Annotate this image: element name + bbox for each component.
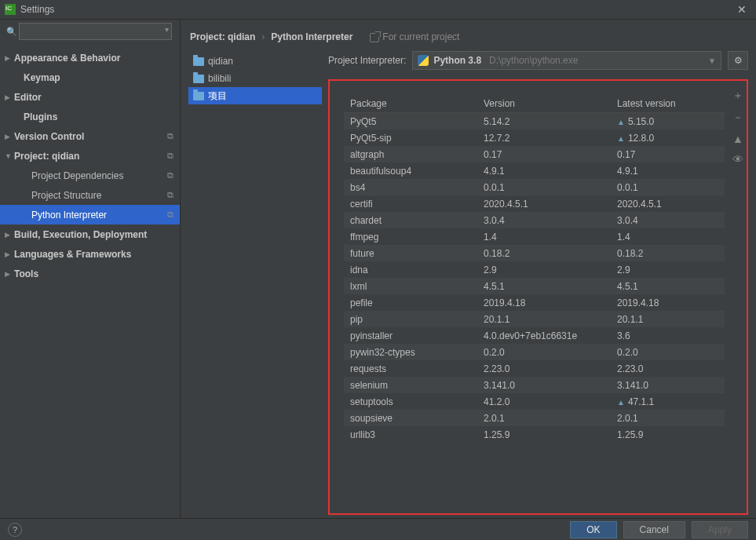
- table-row[interactable]: altgraph0.170.17: [344, 146, 725, 162]
- tree-item-python-interpreter[interactable]: Python Interpreter⧉: [0, 205, 180, 224]
- interpreter-name: Python 3.8: [433, 55, 481, 66]
- arrow-icon: ▶: [5, 250, 14, 258]
- tree-item-version-control[interactable]: ▶Version Control⧉: [0, 126, 180, 146]
- breadcrumb-project: Project: qidian: [190, 31, 255, 42]
- arrow-icon: ▶: [5, 231, 14, 239]
- tree-item-keymap[interactable]: Keymap: [0, 68, 180, 87]
- copy-icon: ⧉: [167, 210, 173, 220]
- table-body: PyQt55.14.2▲5.15.0PyQt5-sip12.7.2▲12.8.0…: [344, 113, 725, 510]
- titlebar: Settings ✕: [0, 0, 756, 20]
- header-latest[interactable]: Latest version: [611, 95, 725, 112]
- copy-icon: ⧉: [167, 131, 173, 141]
- scope-note: For current project: [370, 31, 459, 42]
- chevron-down-icon: ▼: [708, 57, 716, 65]
- tree-item-appearance-behavior[interactable]: ▶Appearance & Behavior: [0, 48, 180, 68]
- table-row[interactable]: chardet3.0.43.0.4: [344, 212, 725, 228]
- search-input[interactable]: [19, 23, 172, 40]
- remove-package-icon[interactable]: －: [732, 111, 743, 125]
- folder-icon: [193, 75, 204, 83]
- table-row[interactable]: certifi2020.4.5.12020.4.5.1: [344, 195, 725, 212]
- table-row[interactable]: idna2.92.9: [344, 261, 725, 278]
- apply-button[interactable]: Apply: [692, 521, 748, 538]
- table-header: Package Version Latest version: [344, 95, 725, 113]
- project-folder-list: qidianbilibili项目: [188, 48, 322, 515]
- upgrade-arrow-icon: ▲: [617, 398, 625, 407]
- tree-item-editor[interactable]: ▶Editor: [0, 87, 180, 107]
- add-package-icon[interactable]: ＋: [732, 89, 743, 103]
- table-row[interactable]: pywin32-ctypes0.2.00.2.0: [344, 344, 725, 360]
- folder-icon: [193, 57, 204, 66]
- gear-icon[interactable]: ⚙: [728, 51, 748, 70]
- folder-qidian[interactable]: qidian: [188, 53, 322, 70]
- app-logo-icon: [5, 4, 16, 15]
- copy-icon: [370, 33, 379, 42]
- header-version[interactable]: Version: [477, 95, 611, 112]
- interpreter-row: Project Interpreter: Python 3.8 D:\pytho…: [328, 48, 748, 73]
- window-title: Settings: [20, 4, 732, 15]
- header-package[interactable]: Package: [344, 95, 477, 112]
- table-row[interactable]: requests2.23.02.23.0: [344, 360, 725, 377]
- arrow-icon: ▶: [5, 133, 14, 140]
- cancel-button[interactable]: Cancel: [623, 521, 685, 538]
- table-row[interactable]: soupsieve2.0.12.0.1: [344, 410, 725, 426]
- copy-icon: ⧉: [167, 190, 173, 200]
- python-icon: [418, 55, 429, 66]
- close-icon[interactable]: ✕: [732, 2, 751, 17]
- folder-bilibili[interactable]: bilibili: [188, 70, 322, 87]
- package-actions: ＋ － ▲ 👁: [729, 81, 747, 513]
- breadcrumb-page: Python Interpreter: [271, 31, 352, 42]
- tree-item-project-qidian[interactable]: ▼Project: qidian⧉: [0, 146, 180, 166]
- show-early-releases-icon[interactable]: 👁: [732, 153, 743, 166]
- tree-item-build-execution-deployment[interactable]: ▶Build, Execution, Deployment: [0, 224, 180, 244]
- tree-item-tools[interactable]: ▶Tools: [0, 264, 180, 283]
- table-row[interactable]: pyinstaller4.0.dev0+7eb1c6631e3.6: [344, 327, 725, 344]
- interpreter-label: Project Interpreter:: [328, 55, 406, 66]
- interpreter-pane: Project Interpreter: Python 3.8 D:\pytho…: [328, 48, 748, 515]
- arrow-icon: ▶: [5, 270, 14, 278]
- tree-item-project-dependencies[interactable]: Project Dependencies⧉: [0, 166, 180, 185]
- ok-button[interactable]: OK: [570, 521, 616, 538]
- copy-icon: ⧉: [167, 170, 173, 181]
- upgrade-arrow-icon: ▲: [617, 118, 625, 126]
- table-row[interactable]: pip20.1.120.1.1: [344, 311, 725, 327]
- table-row[interactable]: ffmpeg1.41.4: [344, 228, 725, 245]
- table-row[interactable]: lxml4.5.14.5.1: [344, 278, 725, 294]
- breadcrumb: Project: qidian › Python Interpreter For…: [188, 26, 748, 48]
- table-row[interactable]: setuptools41.2.0▲47.1.1: [344, 393, 725, 410]
- folder-项目[interactable]: 项目: [188, 87, 322, 104]
- table-row[interactable]: bs40.0.10.0.1: [344, 179, 725, 195]
- tree-item-languages-frameworks[interactable]: ▶Languages & Frameworks: [0, 244, 180, 264]
- packages-table: Package Version Latest version PyQt55.14…: [330, 81, 729, 513]
- table-row[interactable]: selenium3.141.03.141.0: [344, 377, 725, 393]
- packages-table-highlight: Package Version Latest version PyQt55.14…: [328, 79, 748, 515]
- content-pane: Project: qidian › Python Interpreter For…: [181, 20, 756, 518]
- settings-tree: ▶Appearance & BehaviorKeymap▶EditorPlugi…: [0, 43, 180, 283]
- table-row[interactable]: PyQt55.14.2▲5.15.0: [344, 113, 725, 130]
- chevron-right-icon: ›: [261, 31, 265, 42]
- arrow-icon: ▶: [5, 54, 14, 62]
- table-row[interactable]: beautifulsoup44.9.14.9.1: [344, 162, 725, 179]
- copy-icon: ⧉: [167, 151, 173, 161]
- table-row[interactable]: pefile2019.4.182019.4.18: [344, 294, 725, 311]
- footer: ? OK Cancel Apply: [0, 518, 756, 540]
- help-icon[interactable]: ?: [8, 523, 22, 537]
- upgrade-arrow-icon: ▲: [617, 134, 625, 143]
- arrow-icon: ▶: [5, 93, 14, 101]
- interpreter-dropdown[interactable]: Python 3.8 D:\python\python.exe ▼: [412, 51, 721, 70]
- sidebar: 🔍 ▶Appearance & BehaviorKeymap▶EditorPlu…: [0, 20, 181, 518]
- arrow-icon: ▼: [5, 152, 14, 160]
- table-row[interactable]: urllib31.25.91.25.9: [344, 426, 725, 443]
- tree-item-project-structure[interactable]: Project Structure⧉: [0, 185, 180, 205]
- table-row[interactable]: PyQt5-sip12.7.2▲12.8.0: [344, 130, 725, 146]
- folder-icon: [193, 92, 204, 100]
- search-bar: 🔍: [0, 20, 180, 43]
- search-icon: 🔍: [6, 27, 17, 36]
- interpreter-path: D:\python\python.exe: [489, 55, 578, 66]
- tree-item-plugins[interactable]: Plugins: [0, 107, 180, 126]
- table-row[interactable]: future0.18.20.18.2: [344, 245, 725, 261]
- upgrade-package-icon[interactable]: ▲: [732, 133, 743, 145]
